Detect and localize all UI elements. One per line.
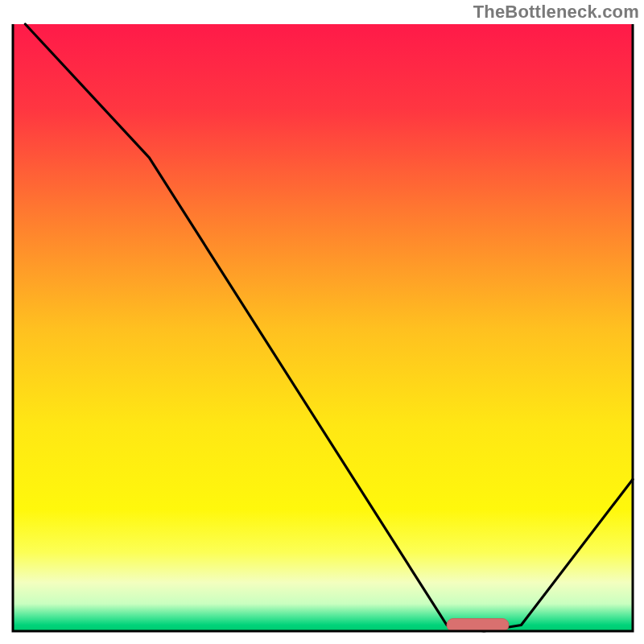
optimum-marker [447, 618, 509, 631]
gradient-background [13, 24, 633, 631]
bottleneck-chart [0, 0, 644, 644]
